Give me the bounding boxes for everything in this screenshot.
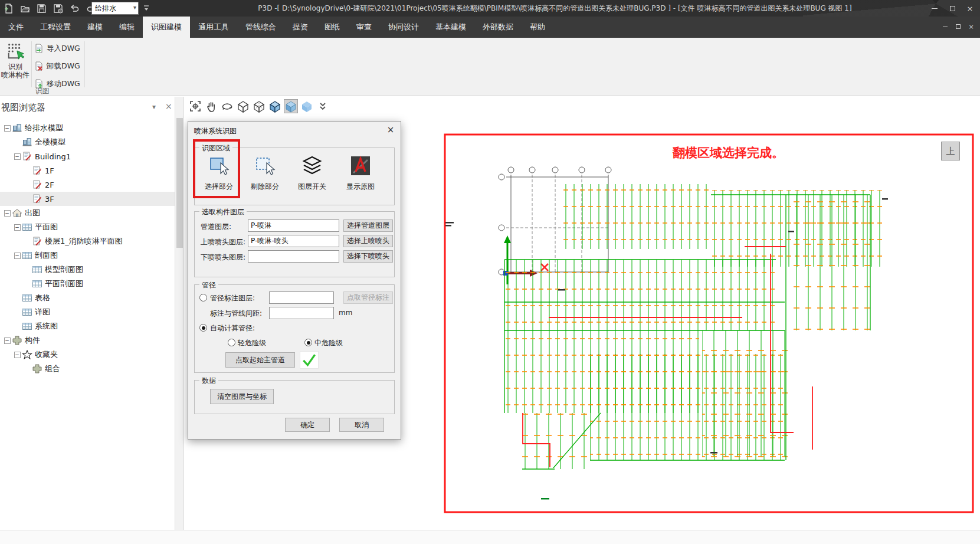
tab-general-tools[interactable]: 通用工具 [190, 17, 237, 38]
tree-item-model-section[interactable]: 模型剖面图 [0, 263, 175, 277]
expander-icon[interactable]: − [12, 350, 22, 359]
dialog-close-icon[interactable]: × [381, 122, 401, 138]
expander-icon[interactable]: − [12, 152, 22, 161]
tree-item-section-views[interactable]: − 剖面图 [0, 248, 175, 263]
tab-edit[interactable]: 编辑 [111, 17, 143, 38]
spacing-input[interactable] [269, 307, 334, 319]
save-as-button[interactable] [51, 1, 65, 15]
toolbar-more-icon[interactable] [316, 99, 330, 113]
expander-icon[interactable]: − [12, 251, 22, 260]
select-down-head-button[interactable]: 选择下喷喷头 [343, 250, 393, 263]
light-hazard-radio[interactable] [228, 339, 235, 346]
tree-item-2f[interactable]: 2F [0, 178, 175, 192]
sidebar-scrollbar[interactable] [175, 97, 184, 544]
tab-collaboration[interactable]: 协同设计 [380, 17, 427, 38]
clear-layers-coords-button[interactable]: 清空图层与坐标 [210, 389, 274, 404]
exclude-part-button[interactable]: 剔除部分 [245, 153, 284, 200]
tree-item-details[interactable]: 详图 [0, 305, 175, 319]
tab-project-settings[interactable]: 工程设置 [32, 17, 79, 38]
dn-layer-radio[interactable] [199, 294, 207, 302]
new-file-button[interactable] [1, 1, 15, 15]
unload-dwg-button[interactable]: 卸载DWG [34, 60, 80, 73]
building-icon [22, 137, 32, 147]
tab-review[interactable]: 审查 [348, 17, 380, 38]
layer-toggle-button[interactable]: 图层开关 [293, 153, 332, 200]
tab-sheets[interactable]: 图纸 [316, 17, 348, 38]
shaded-edges-view-icon[interactable] [268, 99, 282, 113]
doc-restore-icon[interactable] [952, 20, 965, 33]
tree-item-water-model[interactable]: − 给排水模型 [0, 121, 175, 135]
table-icon [32, 265, 42, 274]
tree-item-favorites[interactable]: − 收藏夹 [0, 348, 175, 362]
tree-item-whole-building[interactable]: 全楼模型 [0, 135, 175, 149]
pipe-layer-input[interactable] [248, 219, 339, 232]
tree-item-components[interactable]: − 构件 [0, 333, 175, 348]
dialog-titlebar[interactable]: 喷淋系统识图 × [188, 122, 401, 139]
tree-item-plan-section[interactable]: 平面剖面图 [0, 277, 175, 291]
doc-minimize-icon[interactable] [939, 20, 952, 33]
tab-external-data[interactable]: 外部数据 [474, 17, 522, 38]
realistic-view-icon[interactable] [300, 99, 314, 113]
tree-item-1f[interactable]: 1F [0, 163, 175, 178]
tab-file[interactable]: 文件 [0, 17, 32, 38]
shaded-view-icon[interactable] [284, 99, 298, 113]
workspace-dropdown[interactable]: 给排水 ▾ [91, 2, 139, 15]
open-file-button[interactable] [18, 1, 32, 15]
panel-close-icon[interactable]: × [165, 101, 172, 111]
pick-main-pipe-button[interactable]: 点取起始主管道 [225, 352, 295, 368]
tab-basic-modeling[interactable]: 基本建模 [427, 17, 474, 38]
wireframe-view-icon[interactable] [236, 99, 250, 113]
hidden-line-view-icon[interactable] [252, 99, 266, 113]
doc-close-icon[interactable]: × [965, 20, 978, 33]
tree-item-building1[interactable]: − Building1 [0, 149, 175, 163]
tab-resource[interactable]: 提资 [284, 17, 316, 38]
zoom-extents-icon[interactable] [188, 99, 202, 113]
show-original-button[interactable]: 显示原图 [341, 153, 380, 200]
scrollbar-thumb[interactable] [176, 118, 183, 248]
tree-item-system-diagram[interactable]: 系统图 [0, 319, 175, 333]
bottom-scroll-strip[interactable] [0, 530, 980, 544]
down-head-layer-input[interactable] [248, 250, 339, 263]
diameter-group-label: 管径 [199, 280, 218, 290]
panel-dropdown-icon[interactable]: ▾ [152, 103, 156, 111]
up-direction-button[interactable]: 上 [941, 142, 960, 160]
tree-item-output-drawings[interactable]: − 出图 [0, 206, 175, 220]
maximize-icon[interactable] [943, 0, 961, 17]
expander-icon[interactable]: − [2, 336, 12, 345]
document-window-controls: × [939, 20, 978, 33]
expander-icon[interactable]: − [2, 208, 12, 218]
expander-icon[interactable]: − [2, 123, 12, 133]
tab-modeling[interactable]: 建模 [79, 17, 111, 38]
layers-group: 选取构件图层 管道图层: 选择管道图层 上喷喷头图层: 选择上喷喷头 下喷喷头图… [194, 211, 395, 277]
import-dwg-button[interactable]: 导入DWG [34, 42, 80, 55]
auto-calc-radio[interactable] [199, 324, 207, 332]
up-head-layer-input[interactable] [248, 235, 339, 247]
tree-item-floor1-sprinkler-plan[interactable]: 楼层1_消防喷淋平面图 [0, 234, 175, 248]
red-highlight-annotation [193, 139, 240, 198]
tab-drawing-recognition[interactable]: 识图建模 [143, 17, 190, 38]
cancel-button[interactable]: 取消 [339, 418, 384, 432]
save-button[interactable] [34, 1, 48, 15]
tab-pipeline-integration[interactable]: 管线综合 [237, 17, 284, 38]
recognize-sprinkler-button[interactable]: 识别 喷淋构件 [1, 40, 30, 92]
qat-customize-button[interactable] [142, 4, 151, 15]
tree-item-assembly[interactable]: 组合 [0, 362, 175, 376]
undo-button[interactable] [67, 1, 81, 15]
medium-hazard-radio[interactable] [304, 339, 312, 346]
select-up-head-button[interactable]: 选择上喷喷头 [343, 235, 393, 247]
tree-item-tables[interactable]: 表格 [0, 291, 175, 305]
select-pipe-layer-button[interactable]: 选择管道图层 [343, 219, 393, 232]
star-icon [22, 350, 32, 359]
dn-layer-input[interactable] [269, 291, 334, 304]
minimize-icon[interactable] [926, 0, 943, 17]
exclude-region-icon [254, 155, 276, 176]
expander-icon[interactable]: − [12, 222, 22, 232]
orbit-icon[interactable] [220, 99, 234, 113]
pan-icon[interactable] [204, 99, 218, 113]
ok-button[interactable]: 确定 [285, 418, 330, 432]
tree-item-3f[interactable]: 3F [0, 192, 175, 206]
tab-help[interactable]: 帮助 [522, 17, 553, 38]
close-icon[interactable]: × [961, 0, 979, 17]
tree-item-plan-views[interactable]: − 平面图 [0, 220, 175, 234]
floor-doc-icon [22, 152, 32, 161]
